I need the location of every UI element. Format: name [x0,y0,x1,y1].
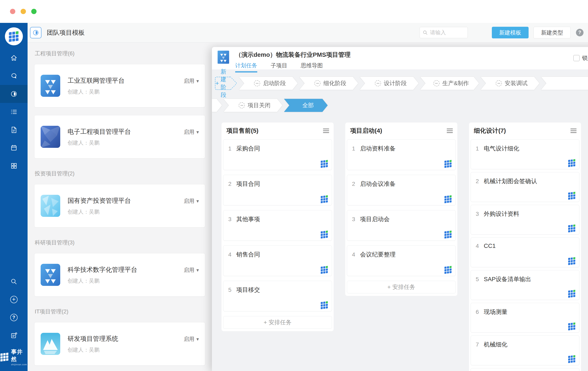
task-card[interactable]: 3项目启动会 [347,210,456,241]
sidebar-item-feedback[interactable] [0,327,28,344]
sidebar-item-home[interactable] [0,49,28,67]
stage-chevron[interactable]: 生产&制作 [420,77,479,90]
task-card[interactable]: 7机械细化 [471,336,579,365]
status-dropdown[interactable]: 启用 [184,266,199,274]
search-box[interactable] [420,27,468,38]
task-number: 6 [476,309,479,315]
task-logo-icon [444,266,452,274]
document-icon [10,126,18,134]
close-window-icon[interactable] [10,9,15,14]
status-dropdown[interactable]: 启用 [184,336,199,343]
sidebar-item-search[interactable] [0,273,28,291]
sidebar-item-tasks[interactable] [0,103,28,121]
task-card[interactable]: 1启动资料准备 [347,139,456,170]
app-logo-avatar[interactable] [5,27,23,45]
task-card[interactable]: 1电气设计细化 [471,139,579,169]
task-card[interactable]: 4CC1 [471,237,579,267]
task-card[interactable]: 2项目合同 [223,175,332,205]
add-task-button[interactable]: 安排任务 [223,316,332,329]
task-title: 机械计划图会签确认 [484,178,537,184]
sidebar: 事井然 shijinran.com [0,23,28,371]
plus-circle-icon [10,296,18,303]
template-card[interactable]: 工业互联网管理平台 创建人：吴鹏 启用 [34,64,205,107]
task-logo-icon [568,257,576,265]
kanban-column: 细化设计(7) 1电气设计细化 2机械计划图会签确认 [469,123,581,371]
template-creator: 创建人：吴鹏 [68,346,118,353]
project-z-icon [217,51,230,64]
sidebar-item-templates[interactable] [0,85,28,103]
tab-subprojects[interactable]: 子项目 [271,62,287,73]
help-icon[interactable] [576,29,584,36]
brand-domain: shijinran.com [11,363,28,366]
template-card[interactable]: 国有资产投资管理平台 创建人：吴鹏 启用 [34,184,205,227]
stage-chevron[interactable]: 设计阶段 [360,77,419,90]
stage-filter-all[interactable]: 全部 [284,99,328,112]
template-polygon-icon [41,126,60,148]
status-dropdown[interactable]: 启用 [184,197,199,205]
task-card[interactable]: 2启动会议准备 [347,175,456,205]
task-title: 项目移交 [236,286,260,293]
status-dropdown[interactable]: 启用 [184,77,199,85]
template-card[interactable]: 研发项目管理系统 创建人：吴鹏 启用 [34,322,205,365]
task-title: 电气设计细化 [484,145,519,152]
tab-mindmap[interactable]: 思维导图 [301,62,323,73]
lock-toggle[interactable]: 锁定 [573,54,588,62]
sidebar-item-documents[interactable] [0,121,28,139]
task-number: 1 [352,145,355,152]
template-clock-icon [10,90,18,98]
status-dropdown[interactable]: 启用 [184,128,199,136]
template-card[interactable]: 电子工程项目管理平台 创建人：吴鹏 启用 [34,115,205,159]
new-template-button[interactable]: 新建模板 [492,27,529,38]
modal-tabs: 计划任务 子项目 思维导图 [235,62,351,73]
task-logo-icon [568,191,576,200]
task-card[interactable]: 1采购合同 [223,139,332,170]
task-logo-icon [568,289,576,298]
minimize-window-icon[interactable] [21,9,26,14]
stage-label: 安装调试 [505,79,528,87]
stage-chevron-clipped[interactable] [541,77,588,90]
search-input[interactable] [430,29,465,36]
sidebar-item-messages[interactable] [0,67,28,85]
task-card[interactable]: 2机械计划图会签确认 [471,172,579,202]
new-stage-button[interactable]: 新建阶段 [215,77,230,90]
stage-chevron[interactable]: 项目关闭 [224,99,282,112]
task-number: 3 [476,211,479,217]
column-title: 项目启动(4) [350,127,382,135]
new-type-button[interactable]: 新建类型 [534,27,571,38]
sidebar-item-create[interactable] [0,291,28,308]
template-title: 研发项目管理系统 [68,334,118,343]
modal-title: （演示demo）物流装备行业PMS项目管理 [235,51,351,59]
column-title: 细化设计(7) [474,127,506,135]
stage-chevron[interactable]: 安装调试 [481,77,539,90]
task-title: 项目合同 [236,180,260,187]
task-card[interactable]: 5项目移交 [223,281,332,311]
add-task-button[interactable]: 安排任务 [471,368,579,371]
tab-plan-tasks[interactable]: 计划任务 [235,62,257,73]
task-card[interactable]: 3其他事项 [223,210,332,241]
task-card[interactable]: 5SAP设备清单输出 [471,270,579,300]
add-task-button[interactable]: 安排任务 [347,281,456,293]
task-card[interactable]: 4会议纪要整理 [347,245,456,276]
task-card[interactable]: 4销售合同 [223,245,332,276]
category-label: 投资项目管理(2) [35,170,205,177]
stage-chevron[interactable]: 启动阶段 [239,77,298,90]
template-iceberg-icon [41,333,60,355]
sidebar-item-apps[interactable] [0,157,28,175]
column-title: 项目售前(5) [226,127,259,135]
task-card[interactable]: 6现场测量 [471,303,579,333]
zoom-window-icon[interactable] [31,9,37,14]
sidebar-item-help[interactable] [0,308,28,327]
status-label: 启用 [184,77,194,85]
template-creator: 创建人：吴鹏 [68,277,137,285]
template-card[interactable]: 科学技术数字化管理平台 创建人：吴鹏 启用 [34,253,205,297]
task-logo-icon [444,195,452,203]
task-number: 4 [476,243,479,249]
stage-chevron[interactable]: 细化阶段 [299,77,358,90]
column-menu-icon[interactable] [447,129,453,133]
lock-checkbox[interactable] [573,55,580,61]
column-menu-icon[interactable] [323,129,329,133]
template-page-icon [30,27,42,38]
sidebar-item-calendar[interactable] [0,139,28,157]
task-card[interactable]: 3外购设计资料 [471,205,579,235]
column-menu-icon[interactable] [570,129,577,133]
